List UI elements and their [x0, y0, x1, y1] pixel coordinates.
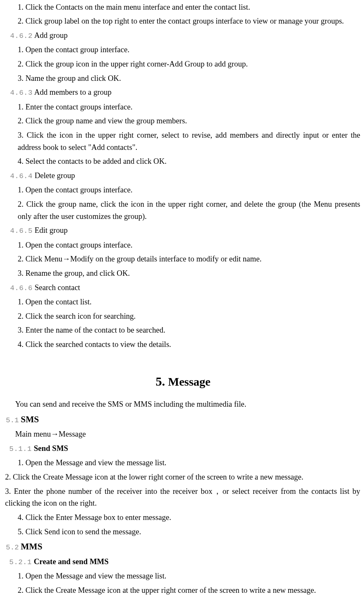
heading-title: Add members to a group: [34, 88, 112, 96]
section-number: 5.1: [6, 416, 19, 424]
body-text: 1. Open the Message and view the message…: [18, 569, 360, 584]
section-title: SMS: [21, 414, 39, 424]
body-text: 1. Enter the contact groups interface.: [18, 100, 360, 114]
body-text: 4. Select the contacts to be added and c…: [18, 155, 360, 169]
chapter-5-title: 5. Message: [6, 372, 360, 392]
heading-462: 4.6.2 Add group: [10, 28, 360, 43]
body-text: 4. Click the searched contacts to view t…: [18, 337, 360, 352]
chapter-intro: You can send and receive the SMS or MMS …: [15, 397, 360, 412]
body-text: 5. Click Send icon to send the message.: [18, 525, 360, 539]
nav-path: Main menu→Message: [15, 427, 360, 442]
heading-463: 4.6.3 Add members to a group: [10, 85, 360, 100]
body-text: 2. Click the group name and view the gro…: [18, 114, 360, 128]
heading-number: 4.6.4: [10, 172, 33, 180]
heading-title: Add group: [34, 31, 68, 40]
body-text: 1. Open the contact list.: [18, 295, 360, 309]
subsection-511-heading: 5.1.1 Send SMS: [9, 442, 360, 456]
body-text: 3. Enter the phone number of the receive…: [5, 484, 360, 510]
body-text: 3. Click the icon in the upper right cor…: [18, 128, 360, 154]
body-text: 2. Click the group name, click the icon …: [18, 197, 360, 223]
subsection-number: 5.2.1: [9, 558, 32, 566]
body-text: 3. Name the group and click OK.: [18, 71, 360, 85]
heading-number: 4.6.2: [10, 32, 33, 40]
body-text: 2. Click Menu→Modify on the group detail…: [18, 252, 360, 267]
body-text: 2. Click the Create Message icon at the …: [5, 470, 360, 485]
heading-number: 4.6.5: [10, 227, 33, 235]
subsection-number: 5.1.1: [9, 445, 32, 453]
heading-465: 4.6.5 Edit group: [10, 224, 360, 238]
body-text: 1. Open the contact group interface.: [18, 43, 360, 57]
heading-title: Search contact: [35, 283, 80, 292]
subsection-title: Send SMS: [34, 444, 68, 453]
section-number: 5.2: [6, 544, 19, 552]
heading-number: 4.6.6: [10, 284, 33, 292]
body-text: 2. Click group label on the top right to…: [18, 14, 360, 29]
body-text: 3. Enter the name of the contact to be s…: [18, 323, 360, 338]
body-text: 2. Click the Create Message icon at the …: [18, 583, 360, 597]
heading-number: 4.6.3: [10, 89, 33, 97]
body-text: 2. Click the search icon for searching.: [18, 309, 360, 323]
document-body: 1. Click the Contacts on the main menu i…: [6, 0, 360, 597]
body-text: 4. Click the Enter Message box to enter …: [18, 511, 360, 525]
heading-466: 4.6.6 Search contact: [10, 280, 360, 295]
body-text: 3. Rename the group, and click OK.: [18, 266, 360, 280]
section-51-heading: 5.1 SMS: [6, 411, 360, 427]
heading-title: Edit group: [35, 226, 68, 235]
subsection-title: Create and send MMS: [34, 557, 109, 566]
section-52-heading: 5.2 MMS: [6, 539, 360, 555]
subsection-521-heading: 5.2.1 Create and send MMS: [9, 554, 360, 569]
section-title: MMS: [21, 541, 42, 552]
body-text: 1. Open the contact groups interface.: [18, 238, 360, 252]
body-text: 1. Open the Message and view the message…: [18, 456, 360, 470]
body-text: 1. Open the contact groups interface.: [18, 183, 360, 197]
body-text: 1. Click the Contacts on the main menu i…: [18, 0, 360, 14]
heading-title: Delete group: [35, 171, 75, 180]
body-text: 2. Click the group icon in the upper rig…: [18, 57, 360, 71]
heading-464: 4.6.4 Delete group: [10, 168, 360, 183]
